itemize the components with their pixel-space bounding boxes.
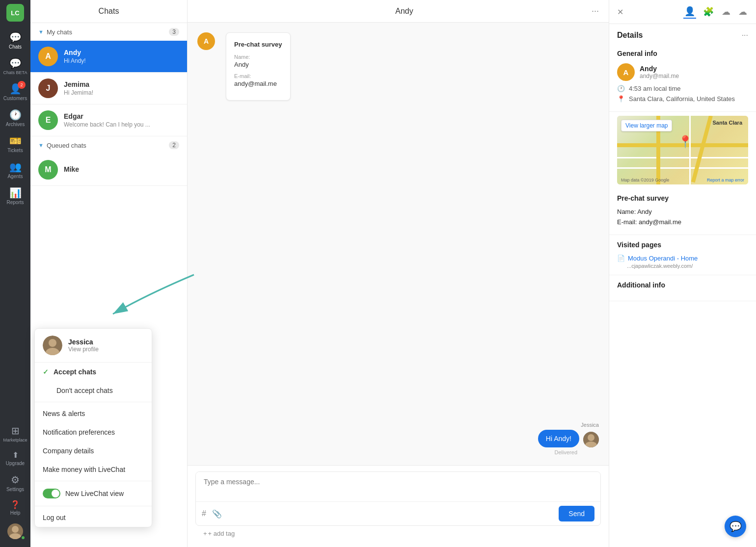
pre-chat-survey-title: Pre-chat survey <box>617 194 748 202</box>
make-money-label: Make money with LiveChat <box>43 466 125 473</box>
visited-page-link[interactable]: 📄 Modus Operandi - Home <box>617 255 748 262</box>
company-details-label: Company details <box>43 447 94 455</box>
dropdown-notification-prefs[interactable]: Notification preferences <box>35 423 152 442</box>
sidebar-label-archives: Archives <box>6 122 25 127</box>
sidebar-item-chats[interactable]: 💬 Chats <box>0 27 30 53</box>
dropdown-accept-chats[interactable]: ✓ Accept chats <box>35 363 152 381</box>
hashtag-icon[interactable]: # <box>202 509 206 518</box>
message-status: Delivered <box>555 449 577 455</box>
sidebar-item-archives[interactable]: 🕐 Archives <box>0 105 30 131</box>
chat-item-andy[interactable]: A Andy Hi Andy! <box>30 41 187 73</box>
sidebar-item-upgrade[interactable]: ⬆ Upgrade <box>0 446 30 470</box>
dropdown-view-profile: View profile <box>68 346 99 353</box>
chat-messages: A Pre-chat survey Name: Andy E-mail: and… <box>188 23 609 465</box>
message-input[interactable] <box>196 472 600 501</box>
svg-point-1 <box>9 533 21 539</box>
dropdown-logout[interactable]: Log out <box>35 508 152 527</box>
chat-bubble-btn[interactable]: 💬 <box>725 516 746 537</box>
chat-toolbar: # 📎 Send <box>196 501 600 525</box>
chat-item-mike[interactable]: M Mike <box>30 154 187 186</box>
pre-chat-survey-section: Pre-chat survey Name: Andy E-mail: andy@… <box>609 188 756 235</box>
sidebar-item-settings[interactable]: ⚙ Settings <box>0 470 30 496</box>
survey-row: A Pre-chat survey Name: Andy E-mail: and… <box>197 32 599 101</box>
settings-icon: ⚙ <box>11 474 20 486</box>
dropdown-new-livechat-view[interactable]: New LiveChat view <box>35 483 152 504</box>
sidebar-item-user-avatar[interactable] <box>0 520 30 543</box>
map-pin: 📍 <box>678 135 693 149</box>
sidebar-item-help[interactable]: ❓ Help <box>0 496 30 520</box>
additional-info-title: Additional info <box>617 281 748 289</box>
chat-area: Andy ··· A Pre-chat survey Name: Andy E-… <box>188 0 609 547</box>
sidebar: LC 💬 Chats 💬 Chats BETA 👤 Customers 2 🕐 … <box>0 0 30 547</box>
my-chats-section[interactable]: ▼ My chats 3 <box>30 23 187 41</box>
andy-name: Andy <box>64 49 179 56</box>
dropdown-make-money[interactable]: Make money with LiveChat <box>35 460 152 479</box>
chat-header-menu[interactable]: ··· <box>592 6 599 16</box>
sidebar-item-reports[interactable]: 📊 Reports <box>0 183 30 209</box>
sidebar-label-upgrade: Upgrade <box>6 461 25 466</box>
reports-icon: 📊 <box>9 187 22 199</box>
check-icon: ✓ <box>43 368 49 376</box>
details-menu[interactable]: ··· <box>742 31 748 40</box>
local-time-row: 🕐 4:53 am local time <box>617 85 748 92</box>
dropdown-profile-info: Jessica View profile <box>68 338 99 353</box>
chat-item-edgar[interactable]: E Edgar Welcome back! Can I help you ... <box>30 104 187 136</box>
my-chats-chevron: ▼ <box>38 29 44 35</box>
page-url: ...cjapawliczak.weebly.com/ <box>627 263 748 269</box>
visited-pages-section: Visited pages 📄 Modus Operandi - Home ..… <box>609 235 756 275</box>
dropdown-news-alerts[interactable]: News & alerts <box>35 404 152 423</box>
map-report[interactable]: Report a map error <box>707 178 744 182</box>
dropdown-dont-accept[interactable]: Don't accept chats <box>35 381 152 400</box>
andy-avatar: A <box>38 47 58 66</box>
sidebar-item-chats-beta[interactable]: 💬 Chats BETA <box>0 53 30 79</box>
accept-chats-label: Accept chats <box>54 368 96 376</box>
survey-email-label-detail: E-mail: <box>617 218 639 226</box>
contact-row: A Andy andy@mail.me <box>617 63 748 81</box>
sidebar-label-chats: Chats <box>9 44 22 50</box>
send-button[interactable]: Send <box>559 506 594 521</box>
additional-info-section: Additional info <box>609 275 756 301</box>
close-details-icon[interactable]: ✕ <box>617 7 623 17</box>
sidebar-label-agents: Agents <box>7 174 23 179</box>
contact-email: andy@mail.me <box>640 73 679 79</box>
chat-item-jemima[interactable]: J Jemima Hi Jemima! <box>30 73 187 104</box>
view-larger-map-btn[interactable]: View larger map <box>621 120 672 131</box>
add-tag[interactable]: + + add tag <box>195 526 601 541</box>
sidebar-label-settings: Settings <box>6 487 24 492</box>
tab-salesforce-icon[interactable]: ☁ <box>737 5 748 18</box>
chats-icon: 💬 <box>9 31 22 43</box>
chats-panel-header: Chats <box>30 0 187 23</box>
survey-name-field: Name: Andy <box>617 208 748 215</box>
map-attribution: Map data ©2019 Google <box>621 178 669 182</box>
chat-input-wrapper: # 📎 Send <box>195 471 601 526</box>
queued-chats-section[interactable]: ▼ Queued chats 2 <box>30 136 187 154</box>
sidebar-label-chats-beta: Chats BETA <box>3 70 27 75</box>
sidebar-item-agents[interactable]: 👥 Agents <box>0 157 30 183</box>
tab-puzzle-icon[interactable]: 🧩 <box>702 5 715 18</box>
tab-person-icon[interactable]: 👤 <box>683 5 696 19</box>
sidebar-item-customers[interactable]: 👤 Customers 2 <box>0 79 30 105</box>
survey-card: Pre-chat survey Name: Andy E-mail: andy@… <box>226 32 291 101</box>
tab-cloud-icon[interactable]: ☁ <box>721 5 731 18</box>
agents-icon: 👥 <box>9 161 22 173</box>
add-tag-icon: + <box>203 530 207 537</box>
chats-beta-icon: 💬 <box>9 57 22 69</box>
divider-2 <box>35 481 152 481</box>
sidebar-label-customers: Customers <box>3 96 27 101</box>
mike-info: Mike <box>64 165 179 174</box>
sidebar-item-marketplace[interactable]: ⊞ Marketplace <box>0 421 30 446</box>
dropdown-profile[interactable]: Jessica View profile <box>35 329 152 363</box>
page-icon: 📄 <box>617 255 625 262</box>
sidebar-item-tickets[interactable]: 🎫 Tickets <box>0 131 30 157</box>
survey-email-value: andy@mail.me <box>234 80 282 87</box>
attachment-icon[interactable]: 📎 <box>212 509 222 519</box>
online-indicator <box>21 535 26 540</box>
svg-point-5 <box>49 339 56 347</box>
dropdown-avatar <box>43 336 62 355</box>
details-title: Details <box>617 31 643 40</box>
contact-avatar: A <box>617 63 635 81</box>
survey-email-field: E-mail: andy@mail.me <box>617 218 748 226</box>
dropdown-company-details[interactable]: Company details <box>35 442 152 460</box>
livechat-view-toggle[interactable] <box>43 489 60 498</box>
dont-accept-label: Don't accept chats <box>56 387 113 394</box>
